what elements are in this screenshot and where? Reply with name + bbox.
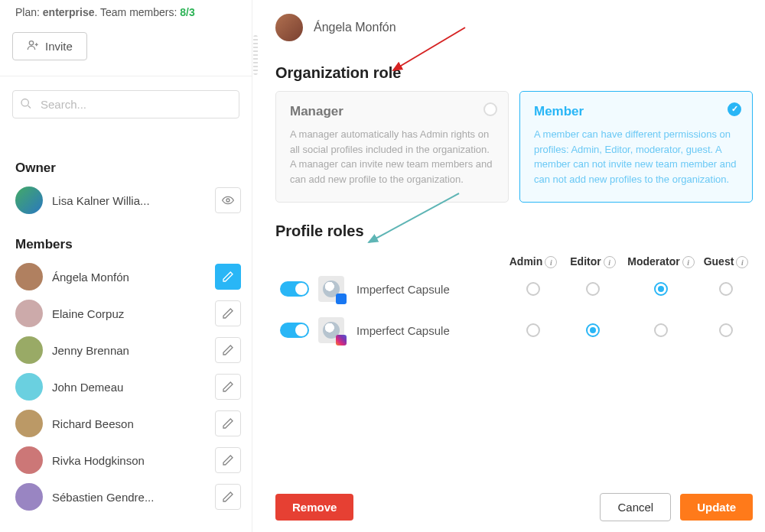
- sidebar: Plan: enterprise. Team members: 8/3 Invi…: [0, 0, 252, 532]
- avatar: [15, 446, 43, 474]
- view-owner-button[interactable]: [215, 187, 241, 213]
- profile-avatar: [318, 317, 344, 343]
- selected-user-name: Ángela Monfón: [314, 21, 396, 34]
- col-admin: Admini: [503, 255, 563, 268]
- edit-member-button[interactable]: [215, 484, 241, 510]
- profile-avatar: [318, 276, 344, 302]
- update-button[interactable]: Update: [680, 494, 753, 521]
- instagram-icon: [336, 335, 347, 345]
- profile-roles-table: Admini Editori Moderatori Guesti Imperfe…: [275, 255, 753, 351]
- member-row: Elaine Corpuz: [15, 295, 241, 332]
- profile-name: Imperfect Capsule: [349, 283, 503, 296]
- invite-button[interactable]: Invite: [12, 32, 87, 60]
- member-row: Richard Beeson: [15, 405, 241, 442]
- team-members-label: Team members:: [100, 6, 177, 18]
- member-row: Sébastien Gendre...: [15, 478, 241, 515]
- members-section-label: Members: [15, 237, 241, 252]
- edit-member-button[interactable]: [215, 300, 241, 326]
- role-radio-guest[interactable]: [719, 323, 733, 337]
- role-radio-moderator[interactable]: [654, 323, 668, 337]
- role-radio-moderator[interactable]: [654, 282, 668, 296]
- cancel-button[interactable]: Cancel: [600, 493, 671, 521]
- role-card-manager[interactable]: Manager A manager automatically has Admi…: [275, 91, 509, 203]
- profile-row: Imperfect Capsule: [275, 268, 753, 310]
- role-radio-manager[interactable]: [483, 102, 497, 116]
- info-icon[interactable]: i: [736, 256, 748, 268]
- role-radio-editor[interactable]: [586, 282, 600, 296]
- member-name: Elaine Corpuz: [52, 307, 206, 320]
- member-row: Ángela Monfón: [15, 258, 241, 295]
- divider: [0, 76, 252, 76]
- col-editor: Editori: [563, 255, 623, 268]
- info-icon[interactable]: i: [682, 256, 695, 268]
- avatar: [15, 300, 43, 327]
- avatar: [15, 483, 43, 511]
- member-name: Jenny Brennan: [52, 344, 206, 357]
- role-radio-member[interactable]: [728, 102, 741, 116]
- member-name: Rivka Hodgkinson: [52, 454, 206, 467]
- facebook-icon: [336, 294, 347, 304]
- edit-member-button[interactable]: [215, 410, 241, 436]
- plan-label: Plan:: [15, 6, 40, 18]
- person-plus-icon: [27, 39, 39, 54]
- role-radio-editor[interactable]: [586, 323, 600, 337]
- footer-buttons: Remove Cancel Update: [275, 493, 753, 521]
- plan-info: Plan: enterprise. Team members: 8/3: [12, 0, 239, 21]
- role-desc-manager: A manager automatically has Admin rights…: [290, 127, 494, 187]
- profile-toggle[interactable]: [280, 323, 309, 338]
- svg-point-2: [226, 199, 230, 202]
- edit-member-button[interactable]: [215, 447, 241, 473]
- col-moderator: Moderatori: [623, 255, 699, 268]
- avatar: [15, 263, 43, 290]
- role-radio-guest[interactable]: [719, 282, 733, 296]
- owner-row: Lisa Kalner Willia...: [15, 182, 241, 219]
- user-header: Ángela Monfón: [275, 0, 753, 41]
- org-role-title: Organization role: [275, 64, 753, 82]
- avatar: [15, 410, 43, 437]
- avatar: [15, 336, 43, 364]
- svg-point-0: [29, 41, 33, 45]
- member-name: John Demeau: [52, 381, 206, 394]
- edit-member-button[interactable]: [215, 337, 241, 363]
- role-desc-member: A member can have different permissions …: [534, 127, 738, 187]
- owner-section-label: Owner: [15, 161, 241, 176]
- member-row: Rivka Hodgkinson: [15, 442, 241, 478]
- info-icon[interactable]: i: [545, 256, 557, 268]
- member-row: John Demeau: [15, 368, 241, 405]
- col-guest: Guesti: [699, 255, 753, 268]
- edit-member-button[interactable]: [215, 374, 241, 400]
- avatar: [15, 373, 43, 401]
- info-icon[interactable]: i: [604, 256, 616, 268]
- profile-roles-title: Profile roles: [275, 222, 753, 240]
- main-panel: Ángela Monfón Organization role Manager …: [275, 0, 765, 532]
- role-radio-admin[interactable]: [526, 282, 540, 296]
- team-members-count: 8/3: [180, 6, 194, 18]
- role-radio-admin[interactable]: [526, 323, 540, 337]
- profile-row: Imperfect Capsule: [275, 310, 753, 351]
- member-row: Jenny Brennan: [15, 332, 241, 368]
- svg-point-1: [21, 99, 28, 105]
- avatar: [15, 187, 43, 214]
- role-name-manager: Manager: [290, 104, 494, 119]
- invite-label: Invite: [45, 40, 73, 53]
- member-name: Richard Beeson: [52, 417, 206, 430]
- profile-name: Imperfect Capsule: [349, 324, 503, 337]
- plan-name: enterprise: [43, 6, 95, 18]
- role-name-member: Member: [534, 104, 738, 119]
- role-card-member[interactable]: Member A member can have different permi…: [519, 91, 753, 203]
- profile-toggle[interactable]: [280, 281, 309, 297]
- remove-button[interactable]: Remove: [275, 494, 353, 521]
- owner-name: Lisa Kalner Willia...: [52, 194, 206, 207]
- avatar: [275, 14, 303, 41]
- edit-member-button[interactable]: [215, 264, 241, 290]
- member-name: Sébastien Gendre...: [52, 491, 206, 504]
- search-input[interactable]: [12, 90, 239, 118]
- resize-handle[interactable]: [253, 35, 258, 75]
- member-name: Ángela Monfón: [52, 271, 206, 284]
- search-icon: [20, 97, 32, 112]
